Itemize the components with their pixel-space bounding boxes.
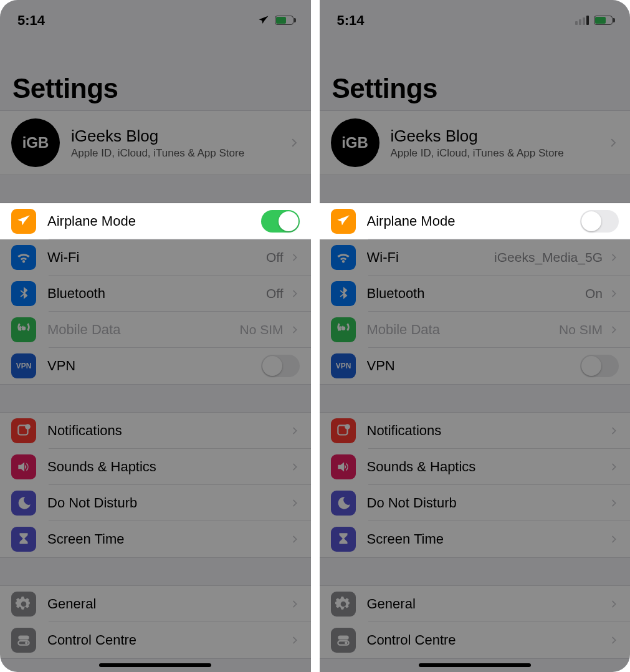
chevron-right-icon <box>609 497 619 509</box>
status-bar: 5:14 <box>0 0 311 41</box>
signal-icon <box>575 16 589 25</box>
bluetooth-icon <box>11 281 36 306</box>
sounds-label: Sounds & Haptics <box>47 459 290 475</box>
wifi-row[interactable]: Wi-Fi iGeeks_Media_5G <box>320 239 631 276</box>
chevron-right-icon <box>290 324 300 336</box>
gear-icon <box>331 592 356 617</box>
notifications-row[interactable]: Notifications <box>320 413 631 449</box>
bluetooth-row[interactable]: Bluetooth On <box>320 276 631 312</box>
airplane-toggle[interactable] <box>580 210 619 233</box>
home-indicator[interactable] <box>419 663 531 667</box>
profile-subtitle: Apple ID, iCloud, iTunes & App Store <box>391 147 608 160</box>
chevron-right-icon <box>609 287 619 300</box>
notifications-icon <box>11 418 36 443</box>
bluetooth-value: Off <box>266 286 284 301</box>
cellular-icon <box>11 317 36 342</box>
vpn-row[interactable]: VPN <box>0 348 311 384</box>
wifi-label: Wi-Fi <box>47 249 266 266</box>
wifi-value: iGeeks_Media_5G <box>494 250 603 265</box>
apple-id-row[interactable]: iGB iGeeks Blog Apple ID, iCloud, iTunes… <box>320 111 631 175</box>
sounds-label: Sounds & Haptics <box>367 459 609 475</box>
sounds-row[interactable]: Sounds & Haptics <box>320 449 631 485</box>
mobile-data-row[interactable]: Mobile Data No SIM <box>320 312 631 348</box>
page-title: Settings <box>332 73 618 104</box>
general-row[interactable]: General <box>0 586 311 622</box>
vpn-toggle[interactable] <box>261 355 300 377</box>
battery-icon <box>594 16 613 25</box>
airplane-mode-row[interactable]: Airplane Mode <box>320 203 631 239</box>
airplane-mode-icon <box>257 14 270 27</box>
home-indicator[interactable] <box>99 663 211 667</box>
airplane-toggle[interactable] <box>261 210 300 233</box>
chevron-right-icon <box>290 461 300 473</box>
wifi-row[interactable]: Wi-Fi Off <box>0 239 311 276</box>
dnd-label: Do Not Disturb <box>367 495 609 511</box>
screentime-label: Screen Time <box>367 531 609 547</box>
airplane-icon <box>11 209 36 234</box>
chevron-right-icon <box>609 251 619 264</box>
control-centre-row[interactable]: Control Centre <box>0 622 311 658</box>
dnd-row[interactable]: Do Not Disturb <box>0 485 311 521</box>
vpn-row[interactable]: VPN <box>320 348 631 384</box>
chevron-right-icon <box>289 136 300 150</box>
vpn-toggle[interactable] <box>580 355 619 377</box>
chevron-right-icon <box>290 533 300 545</box>
general-label: General <box>47 596 290 612</box>
title-area: Settings <box>0 41 311 110</box>
bluetooth-row[interactable]: Bluetooth Off <box>0 276 311 312</box>
hourglass-icon <box>11 527 36 552</box>
dnd-label: Do Not Disturb <box>47 495 290 511</box>
bluetooth-icon <box>331 281 356 306</box>
hourglass-icon <box>331 527 356 552</box>
status-bar: 5:14 <box>320 0 631 41</box>
cellular-icon <box>331 317 356 342</box>
profile-name: iGeeks Blog <box>71 127 289 146</box>
sounds-icon <box>11 454 36 479</box>
status-time: 5:14 <box>17 12 45 29</box>
status-right <box>575 16 613 25</box>
profile-subtitle: Apple ID, iCloud, iTunes & App Store <box>71 147 289 160</box>
battery-icon <box>275 16 294 25</box>
profile-name: iGeeks Blog <box>391 127 608 146</box>
airplane-label: Airplane Mode <box>47 213 261 229</box>
mobile-value: No SIM <box>559 322 603 337</box>
vpn-label: VPN <box>367 358 581 374</box>
chevron-right-icon <box>290 598 300 610</box>
screentime-row[interactable]: Screen Time <box>0 521 311 557</box>
moon-icon <box>11 491 36 516</box>
dnd-row[interactable]: Do Not Disturb <box>320 485 631 521</box>
airplane-mode-row[interactable]: Airplane Mode <box>0 203 311 239</box>
control-centre-row[interactable]: Control Centre <box>320 622 631 658</box>
mobile-data-row[interactable]: Mobile Data No SIM <box>0 312 311 348</box>
chevron-right-icon <box>609 533 619 545</box>
gear-icon <box>11 592 36 617</box>
screentime-label: Screen Time <box>47 531 290 547</box>
chevron-right-icon <box>609 461 619 473</box>
wifi-label: Wi-Fi <box>367 249 495 266</box>
screentime-row[interactable]: Screen Time <box>320 521 631 557</box>
notifications-icon <box>331 418 356 443</box>
avatar: iGB <box>11 118 60 167</box>
sounds-row[interactable]: Sounds & Haptics <box>0 449 311 485</box>
avatar: iGB <box>331 118 379 167</box>
general-row[interactable]: General <box>320 586 631 622</box>
apple-id-row[interactable]: iGB iGeeks Blog Apple ID, iCloud, iTunes… <box>0 111 311 175</box>
wifi-icon <box>11 245 36 270</box>
vpn-label: VPN <box>47 358 261 374</box>
notifications-label: Notifications <box>367 423 609 439</box>
chevron-right-icon <box>290 425 300 437</box>
wifi-icon <box>331 245 356 270</box>
mobile-label: Mobile Data <box>367 322 559 338</box>
vpn-icon <box>331 353 356 378</box>
phone-left: 5:14 Settings iGB iGeeks Blog Apple ID, … <box>0 0 311 672</box>
phone-right: 5:14 Settings iGB iGeeks Blog Apple ID, … <box>320 0 631 672</box>
bluetooth-value: On <box>585 286 603 301</box>
chevron-right-icon <box>609 634 619 646</box>
chevron-right-icon <box>608 136 619 150</box>
moon-icon <box>331 491 356 516</box>
status-time: 5:14 <box>337 12 365 29</box>
mobile-label: Mobile Data <box>47 322 239 338</box>
sounds-icon <box>331 454 356 479</box>
notifications-row[interactable]: Notifications <box>0 413 311 449</box>
chevron-right-icon <box>290 287 300 300</box>
